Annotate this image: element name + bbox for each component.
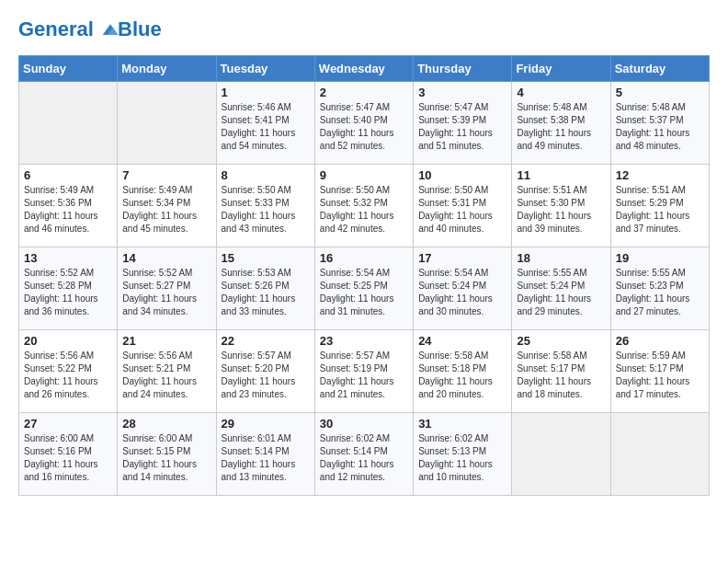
day-info: Sunrise: 5:54 AM Sunset: 5:25 PM Dayligh… (320, 268, 394, 316)
calendar-cell (19, 82, 118, 165)
calendar-cell: 27Sunrise: 6:00 AM Sunset: 5:16 PM Dayli… (19, 413, 118, 496)
calendar-cell: 16Sunrise: 5:54 AM Sunset: 5:25 PM Dayli… (314, 247, 413, 330)
day-number: 24 (418, 334, 506, 348)
calendar-cell: 12Sunrise: 5:51 AM Sunset: 5:29 PM Dayli… (610, 165, 709, 247)
calendar-cell: 6Sunrise: 5:49 AM Sunset: 5:36 PM Daylig… (19, 165, 118, 247)
calendar-cell: 5Sunrise: 5:48 AM Sunset: 5:37 PM Daylig… (610, 82, 709, 165)
day-info: Sunrise: 5:58 AM Sunset: 5:17 PM Dayligh… (517, 350, 591, 399)
calendar-cell: 9Sunrise: 5:50 AM Sunset: 5:32 PM Daylig… (314, 165, 413, 247)
day-info: Sunrise: 5:46 AM Sunset: 5:41 PM Dayligh… (222, 102, 296, 151)
calendar-cell: 26Sunrise: 5:59 AM Sunset: 5:17 PM Dayli… (610, 330, 709, 413)
calendar-table: SundayMondayTuesdayWednesdayThursdayFrid… (18, 55, 710, 496)
day-info: Sunrise: 5:57 AM Sunset: 5:19 PM Dayligh… (320, 350, 394, 399)
day-number: 25 (517, 334, 605, 348)
day-number: 6 (24, 168, 112, 182)
calendar-cell: 8Sunrise: 5:50 AM Sunset: 5:33 PM Daylig… (216, 165, 314, 247)
day-info: Sunrise: 6:01 AM Sunset: 5:14 PM Dayligh… (222, 433, 296, 482)
calendar-cell: 1Sunrise: 5:46 AM Sunset: 5:41 PM Daylig… (216, 82, 314, 165)
weekday-header: Monday (118, 56, 216, 82)
calendar-cell: 17Sunrise: 5:54 AM Sunset: 5:24 PM Dayli… (414, 247, 512, 330)
calendar-cell: 2Sunrise: 5:47 AM Sunset: 5:40 PM Daylig… (314, 82, 413, 165)
day-number: 13 (24, 251, 112, 265)
calendar-cell: 23Sunrise: 5:57 AM Sunset: 5:19 PM Dayli… (314, 330, 413, 413)
day-number: 11 (517, 168, 605, 182)
calendar-cell: 10Sunrise: 5:50 AM Sunset: 5:31 PM Dayli… (414, 165, 512, 247)
calendar-header: SundayMondayTuesdayWednesdayThursdayFrid… (19, 56, 710, 82)
day-info: Sunrise: 5:47 AM Sunset: 5:40 PM Dayligh… (320, 102, 394, 151)
day-info: Sunrise: 5:52 AM Sunset: 5:28 PM Dayligh… (24, 268, 98, 316)
day-info: Sunrise: 5:55 AM Sunset: 5:23 PM Dayligh… (616, 268, 690, 316)
day-number: 16 (320, 251, 408, 265)
logo: General Blue (18, 18, 162, 40)
day-number: 7 (122, 168, 210, 182)
calendar-cell: 24Sunrise: 5:58 AM Sunset: 5:18 PM Dayli… (414, 330, 512, 413)
calendar-cell (118, 82, 216, 165)
calendar-cell (512, 413, 610, 496)
day-number: 28 (122, 417, 210, 431)
calendar-cell: 13Sunrise: 5:52 AM Sunset: 5:28 PM Dayli… (19, 247, 118, 330)
calendar-cell: 30Sunrise: 6:02 AM Sunset: 5:14 PM Dayli… (314, 413, 413, 496)
day-info: Sunrise: 5:47 AM Sunset: 5:39 PM Dayligh… (418, 102, 493, 151)
calendar-week-row: 1Sunrise: 5:46 AM Sunset: 5:41 PM Daylig… (19, 82, 710, 165)
day-number: 14 (122, 251, 210, 265)
day-info: Sunrise: 6:00 AM Sunset: 5:15 PM Dayligh… (122, 433, 197, 482)
day-info: Sunrise: 5:51 AM Sunset: 5:30 PM Dayligh… (517, 185, 591, 234)
calendar-cell: 7Sunrise: 5:49 AM Sunset: 5:34 PM Daylig… (118, 165, 216, 247)
day-info: Sunrise: 6:02 AM Sunset: 5:14 PM Dayligh… (320, 433, 394, 482)
day-number: 30 (320, 417, 408, 431)
day-info: Sunrise: 6:00 AM Sunset: 5:16 PM Dayligh… (24, 433, 98, 482)
day-number: 1 (222, 86, 310, 99)
day-number: 2 (320, 86, 408, 99)
page-header: General Blue (18, 18, 710, 40)
day-number: 22 (222, 334, 310, 348)
calendar-cell: 18Sunrise: 5:55 AM Sunset: 5:24 PM Dayli… (512, 247, 610, 330)
day-number: 3 (418, 86, 506, 99)
day-info: Sunrise: 6:02 AM Sunset: 5:13 PM Dayligh… (418, 433, 493, 482)
calendar-cell: 25Sunrise: 5:58 AM Sunset: 5:17 PM Dayli… (512, 330, 610, 413)
day-number: 8 (222, 168, 310, 182)
weekday-header: Saturday (610, 56, 709, 82)
day-info: Sunrise: 5:48 AM Sunset: 5:37 PM Dayligh… (616, 102, 690, 151)
calendar-cell: 29Sunrise: 6:01 AM Sunset: 5:14 PM Dayli… (216, 413, 314, 496)
weekday-header: Wednesday (314, 56, 413, 82)
day-info: Sunrise: 5:52 AM Sunset: 5:27 PM Dayligh… (122, 268, 197, 316)
day-number: 5 (616, 86, 704, 99)
day-number: 18 (517, 251, 605, 265)
calendar-cell: 15Sunrise: 5:53 AM Sunset: 5:26 PM Dayli… (216, 247, 314, 330)
calendar-week-row: 27Sunrise: 6:00 AM Sunset: 5:16 PM Dayli… (19, 413, 710, 496)
day-number: 29 (222, 417, 310, 431)
day-info: Sunrise: 5:50 AM Sunset: 5:33 PM Dayligh… (222, 185, 296, 234)
day-number: 9 (320, 168, 408, 182)
calendar-cell: 11Sunrise: 5:51 AM Sunset: 5:30 PM Dayli… (512, 165, 610, 247)
day-number: 19 (616, 251, 704, 265)
day-number: 10 (418, 168, 506, 182)
day-info: Sunrise: 5:48 AM Sunset: 5:38 PM Dayligh… (517, 102, 591, 151)
calendar-cell: 14Sunrise: 5:52 AM Sunset: 5:27 PM Dayli… (118, 247, 216, 330)
day-number: 17 (418, 251, 506, 265)
weekday-header: Thursday (414, 56, 512, 82)
weekday-header: Tuesday (216, 56, 314, 82)
day-info: Sunrise: 5:56 AM Sunset: 5:21 PM Dayligh… (122, 350, 197, 399)
day-info: Sunrise: 5:58 AM Sunset: 5:18 PM Dayligh… (418, 350, 493, 399)
weekday-header: Friday (512, 56, 610, 82)
calendar-week-row: 13Sunrise: 5:52 AM Sunset: 5:28 PM Dayli… (19, 247, 710, 330)
day-number: 31 (418, 417, 506, 431)
logo-text: General (18, 18, 119, 40)
calendar-cell: 22Sunrise: 5:57 AM Sunset: 5:20 PM Dayli… (216, 330, 314, 413)
day-info: Sunrise: 5:50 AM Sunset: 5:31 PM Dayligh… (418, 185, 493, 234)
weekday-header: Sunday (19, 56, 118, 82)
calendar-cell: 20Sunrise: 5:56 AM Sunset: 5:22 PM Dayli… (19, 330, 118, 413)
calendar-cell (610, 413, 709, 496)
calendar-cell: 28Sunrise: 6:00 AM Sunset: 5:15 PM Dayli… (118, 413, 216, 496)
day-number: 20 (24, 334, 112, 348)
day-number: 23 (320, 334, 408, 348)
day-number: 15 (222, 251, 310, 265)
day-info: Sunrise: 5:54 AM Sunset: 5:24 PM Dayligh… (418, 268, 493, 316)
calendar-week-row: 20Sunrise: 5:56 AM Sunset: 5:22 PM Dayli… (19, 330, 710, 413)
day-info: Sunrise: 5:56 AM Sunset: 5:22 PM Dayligh… (24, 350, 98, 399)
day-info: Sunrise: 5:49 AM Sunset: 5:36 PM Dayligh… (24, 185, 98, 234)
calendar-week-row: 6Sunrise: 5:49 AM Sunset: 5:36 PM Daylig… (19, 165, 710, 247)
day-info: Sunrise: 5:57 AM Sunset: 5:20 PM Dayligh… (222, 350, 296, 399)
calendar-cell: 31Sunrise: 6:02 AM Sunset: 5:13 PM Dayli… (414, 413, 512, 496)
day-number: 27 (24, 417, 112, 431)
